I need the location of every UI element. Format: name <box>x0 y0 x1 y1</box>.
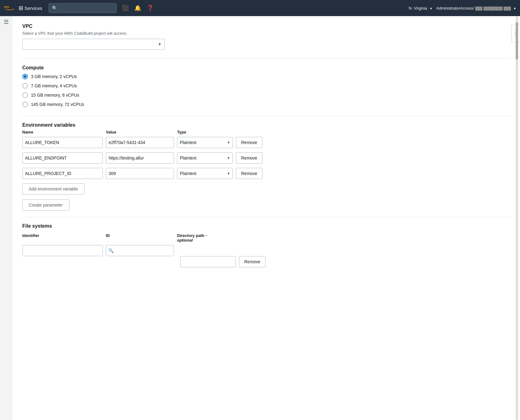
env-col-type-header: Type <box>177 130 233 134</box>
file-systems-row-0: 🔍 Remove <box>22 245 510 267</box>
compute-option-1-label: 7 GB memory, 4 vCPUs <box>31 83 77 88</box>
scroll-thumb[interactable] <box>516 22 518 59</box>
create-parameter-button[interactable]: Create parameter <box>22 199 69 211</box>
env-variables-section: Environment variables Name Value Type Pl… <box>22 122 510 211</box>
grid-icon[interactable]: ⊞ <box>19 5 23 11</box>
file-systems-section: File systems Identifier ID Directory pat… <box>22 223 510 267</box>
bell-icon-button[interactable]: 🔔 <box>132 2 144 14</box>
compute-option-3[interactable]: 145 GB memory, 72 vCPUs <box>22 102 510 107</box>
terminal-icon-button[interactable]: ⬛ <box>119 2 132 14</box>
env-name-input-2[interactable] <box>22 168 103 179</box>
file-id-input[interactable] <box>106 245 174 256</box>
create-param-wrapper: Create parameter <box>22 199 510 211</box>
radio-unselected-icon-3 <box>22 102 28 107</box>
compute-section: Compute 3 GB memory, 2 vCPUs 7 GB memory… <box>22 65 510 107</box>
aws-logo[interactable]: aws <box>4 2 16 14</box>
file-col-id-header: ID <box>106 233 174 243</box>
divider-3 <box>22 217 510 217</box>
radio-unselected-icon <box>22 83 28 89</box>
env-value-input-1[interactable] <box>106 152 174 164</box>
radio-selected-icon <box>22 74 28 79</box>
add-env-variable-button[interactable]: Add environment variable <box>22 183 84 195</box>
compute-option-0[interactable]: 3 GB memory, 2 vCPUs <box>22 74 510 79</box>
env-col-name-header: Name <box>22 130 103 134</box>
env-remove-button-1[interactable]: Remove <box>236 152 262 164</box>
env-type-select-1[interactable]: Plaintext Parameter Store Secrets Manage… <box>177 152 233 164</box>
scrollbar[interactable] <box>516 16 518 420</box>
services-label[interactable]: Services <box>24 6 42 11</box>
file-col-dir-header: Directory path - optional <box>177 233 233 243</box>
compute-option-0-label: 3 GB memory, 2 vCPUs <box>31 74 77 79</box>
region-selector[interactable]: N. Virginia ▼ <box>409 6 432 11</box>
vpc-select[interactable] <box>22 39 165 50</box>
region-caret: ▼ <box>430 7 433 10</box>
env-remove-button-0[interactable]: Remove <box>236 137 262 148</box>
env-headers: Name Value Type <box>22 130 510 134</box>
compute-option-3-label: 145 GB memory, 72 vCPUs <box>31 102 84 107</box>
env-row-0: Plaintext Parameter Store Secrets Manage… <box>22 137 510 148</box>
search-icon: 🔍 <box>52 6 57 11</box>
file-id-wrapper: 🔍 <box>106 245 174 256</box>
divider-1 <box>22 59 510 59</box>
env-variables-title: Environment variables <box>22 122 510 128</box>
help-icon-button[interactable]: ❓ <box>144 2 156 14</box>
env-type-select-2[interactable]: Plaintext Parameter Store Secrets Manage… <box>177 168 233 179</box>
env-type-wrapper-2: Plaintext Parameter Store Secrets Manage… <box>177 168 233 179</box>
file-remove-button[interactable]: Remove <box>239 256 266 267</box>
env-value-input-0[interactable] <box>106 137 174 148</box>
radio-unselected-icon-2 <box>22 92 28 98</box>
divider-2 <box>22 116 510 116</box>
compute-option-2[interactable]: 15 GB memory, 8 vCPUs <box>22 92 510 98</box>
compute-radio-group: 3 GB memory, 2 vCPUs 7 GB memory, 4 vCPU… <box>22 74 510 107</box>
compute-option-1[interactable]: 7 GB memory, 4 vCPUs <box>22 83 510 89</box>
file-systems-headers: Identifier ID Directory path - optional <box>22 233 510 243</box>
env-name-input-1[interactable] <box>22 152 103 164</box>
file-col-identifier-header: Identifier <box>22 233 103 243</box>
env-type-wrapper-0: Plaintext Parameter Store Secrets Manage… <box>177 137 233 148</box>
env-row-2: Plaintext Parameter Store Secrets Manage… <box>22 168 510 179</box>
env-name-input-0[interactable] <box>22 137 103 148</box>
vpc-description: Select a VPC that your AWS CodeBuild pro… <box>22 31 510 36</box>
search-bar[interactable]: 🔍 <box>49 3 117 13</box>
env-type-wrapper-1: Plaintext Parameter Store Secrets Manage… <box>177 152 233 164</box>
add-env-wrapper: Add environment variable <box>22 183 510 195</box>
account-menu[interactable]: AdministratorAccess/ ███ ████████ ███ ▼ <box>436 6 516 11</box>
vpc-select-wrapper: ▼ <box>22 39 165 50</box>
sidebar-toggle[interactable]: ☰ <box>4 19 9 25</box>
env-value-input-2[interactable] <box>106 168 174 179</box>
compute-title: Compute <box>22 65 510 71</box>
env-row-1: Plaintext Parameter Store Secrets Manage… <box>22 152 510 164</box>
top-navigation: aws ⊞ Services 🔍 ⬛ 🔔 ❓ N. Virginia ▼ Adm… <box>0 0 520 16</box>
vpc-title: VPC <box>22 24 510 29</box>
file-dir-input[interactable] <box>180 256 236 267</box>
env-col-value-header: Value <box>106 130 174 134</box>
compute-option-2-label: 15 GB memory, 8 vCPUs <box>31 93 79 98</box>
main-content: VPC Select a VPC that your AWS CodeBuild… <box>12 16 520 420</box>
env-type-select-0[interactable]: Plaintext Parameter Store Secrets Manage… <box>177 137 233 148</box>
file-identifier-input[interactable] <box>22 245 103 256</box>
file-dir-wrapper <box>180 245 236 267</box>
file-systems-title: File systems <box>22 223 510 229</box>
svg-text:aws: aws <box>4 5 9 8</box>
env-remove-button-2[interactable]: Remove <box>236 168 262 179</box>
vpc-section: VPC Select a VPC that your AWS CodeBuild… <box>22 24 510 50</box>
